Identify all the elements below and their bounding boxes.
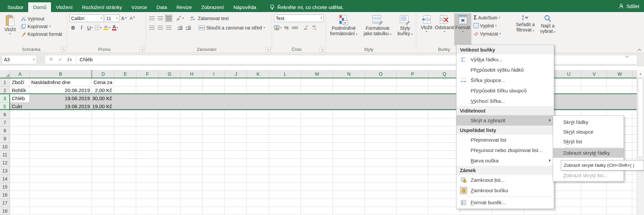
tab-data[interactable]: Data: [152, 2, 172, 12]
decrease-indent-button[interactable]: [176, 24, 183, 31]
cell-I15[interactable]: [203, 183, 225, 191]
column-header-N[interactable]: N: [333, 70, 365, 78]
enter-icon[interactable]: ✓: [58, 57, 62, 63]
cell-H9[interactable]: [180, 135, 203, 143]
cell-B8[interactable]: [30, 127, 92, 135]
cell-K1[interactable]: [247, 78, 269, 86]
cell-styles-button[interactable]: Stylybuňky ▾: [395, 13, 415, 46]
increase-decimal-button[interactable]: ←.0,00: [302, 24, 309, 31]
cell-D13[interactable]: [92, 167, 114, 175]
cell-H1[interactable]: [180, 78, 203, 86]
cell-P7[interactable]: [396, 119, 428, 127]
cell-P13[interactable]: [396, 167, 428, 175]
cell-N18[interactable]: [333, 207, 365, 215]
cell-F15[interactable]: [136, 183, 158, 191]
cell-H17[interactable]: [180, 199, 203, 207]
cell-K16[interactable]: [247, 191, 269, 199]
cell-G8[interactable]: [158, 127, 180, 135]
cell-P17[interactable]: [396, 199, 428, 207]
insert-cells-button[interactable]: Vložit ▾: [418, 13, 435, 46]
cell-U1[interactable]: [556, 78, 581, 86]
cell-B1[interactable]: Naskladněno dne: [30, 78, 92, 86]
cell-M13[interactable]: [301, 167, 333, 175]
cell-B10[interactable]: [30, 143, 92, 151]
cell-G10[interactable]: [158, 143, 180, 151]
cell-J16[interactable]: [225, 191, 247, 199]
cell-V17[interactable]: [581, 199, 607, 207]
cell-F7[interactable]: [136, 119, 158, 127]
increase-indent-button[interactable]: [184, 24, 192, 31]
cell-J13[interactable]: [225, 167, 247, 175]
share-button[interactable]: Sdílet: [619, 0, 639, 12]
format-menu-item-p-izp-sobit-ku-sloupc[interactable]: Přizpůsobit šířku sloupců: [457, 85, 554, 96]
cell-W17[interactable]: [607, 199, 632, 207]
cell-A8[interactable]: [10, 127, 30, 135]
cell-H6[interactable]: [180, 111, 203, 119]
cell-F6[interactable]: [136, 111, 158, 119]
cell-P1[interactable]: [396, 78, 428, 86]
column-header-V[interactable]: V: [582, 70, 607, 78]
cell-I16[interactable]: [203, 191, 225, 199]
tab-zobrazení[interactable]: Zobrazení: [197, 2, 229, 12]
orientation-button[interactable]: ab▾: [176, 14, 184, 22]
cell-P14[interactable]: [396, 175, 428, 183]
cell-P9[interactable]: [396, 135, 428, 143]
cell-D7[interactable]: [92, 119, 114, 127]
cell-N17[interactable]: [333, 199, 365, 207]
cell-K8[interactable]: [247, 127, 269, 135]
cell-N8[interactable]: [333, 127, 365, 135]
row-header-18[interactable]: 18: [0, 207, 10, 215]
cell-W18[interactable]: [607, 207, 632, 215]
column-header-B[interactable]: B: [30, 70, 92, 78]
wrap-text-button[interactable]: abc Zalamovat text: [190, 14, 230, 22]
cell-K14[interactable]: [247, 175, 269, 183]
cell-B14[interactable]: [30, 175, 92, 183]
cell-M18[interactable]: [301, 207, 333, 215]
cell-O9[interactable]: [365, 135, 396, 143]
cancel-icon[interactable]: ✕: [49, 56, 53, 63]
cell-M14[interactable]: [301, 175, 333, 183]
cell-B9[interactable]: [30, 135, 92, 143]
format-menu-item-form-t-bun-k[interactable]: Formát buněk...: [457, 197, 554, 208]
row-header-17[interactable]: 17: [0, 199, 10, 207]
cell-J8[interactable]: [225, 127, 247, 135]
cell-K15[interactable]: [247, 183, 269, 191]
cell-F11[interactable]: [136, 151, 158, 159]
cell-I14[interactable]: [203, 175, 225, 183]
tab-domů[interactable]: Domů: [28, 2, 51, 12]
cell-G17[interactable]: [158, 199, 180, 207]
autosum-button[interactable]: Σ AutoSum▾: [474, 14, 513, 21]
cell-D14[interactable]: [92, 175, 114, 183]
collapse-ribbon-icon[interactable]: [637, 47, 641, 52]
decrease-decimal-button[interactable]: ,00→.0: [310, 24, 317, 31]
cell-Q11[interactable]: [428, 151, 460, 159]
format-menu-item-p-esunout-nebo-zkop-rovat-list[interactable]: Přesunout nebo zkopírovat list...: [457, 145, 554, 155]
cell-N11[interactable]: [333, 151, 365, 159]
cell-E12[interactable]: [114, 159, 136, 167]
cell-G6[interactable]: [158, 111, 180, 119]
tab-rozložení-stránky[interactable]: Rozložení stránky: [77, 2, 126, 12]
cell-U3[interactable]: [556, 94, 581, 102]
row-header-11[interactable]: 11: [0, 151, 10, 159]
column-header-M[interactable]: M: [301, 70, 333, 78]
currency-format-button[interactable]: ▾: [274, 24, 282, 31]
column-header-F[interactable]: F: [137, 70, 159, 78]
format-painter-button[interactable]: Kopírovat formát: [20, 30, 63, 38]
cell-M9[interactable]: [301, 135, 333, 143]
cell-W1[interactable]: [607, 78, 632, 86]
expand-formula-bar-icon[interactable]: [625, 55, 629, 59]
cell-E6[interactable]: [114, 111, 136, 119]
cell-D11[interactable]: [92, 151, 114, 159]
cell-Q8[interactable]: [428, 127, 460, 135]
cell-E7[interactable]: [114, 119, 136, 127]
cell-N10[interactable]: [333, 143, 365, 151]
increase-font-button[interactable]: A▲: [120, 14, 128, 22]
cell-V16[interactable]: [581, 191, 607, 199]
cell-L10[interactable]: [269, 143, 301, 151]
format-cells-button[interactable]: Formát ▾: [454, 13, 471, 46]
font-color-button[interactable]: A▾: [111, 24, 119, 31]
cell-M16[interactable]: [301, 191, 333, 199]
cell-E18[interactable]: [114, 207, 136, 215]
cell-G16[interactable]: [158, 191, 180, 199]
comma-style-button[interactable]: 000: [291, 24, 299, 31]
